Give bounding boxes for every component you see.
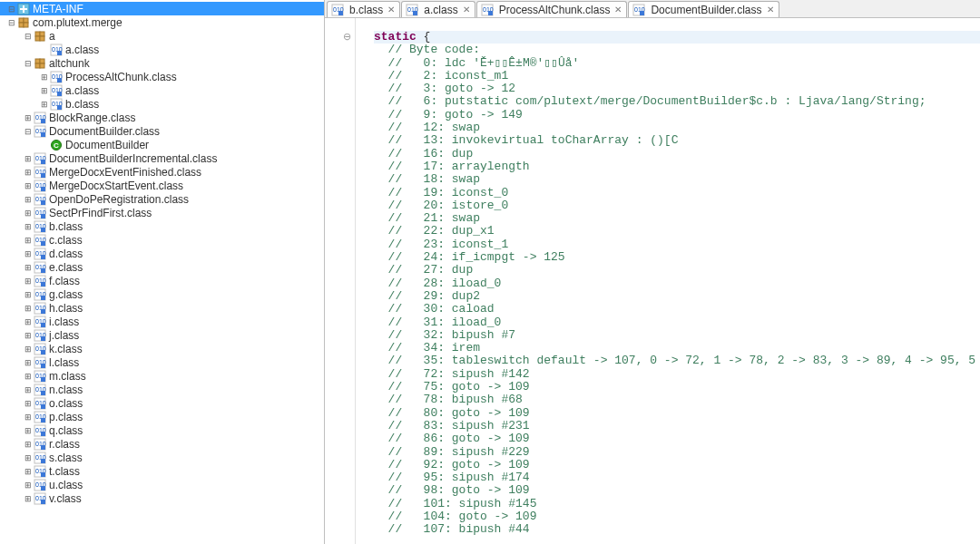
tree-item[interactable]: ⊞010q.class bbox=[0, 423, 324, 437]
expand-icon[interactable]: ⊞ bbox=[24, 290, 33, 299]
collapse-icon[interactable]: ⊟ bbox=[24, 32, 33, 41]
expand-icon[interactable]: ⊞ bbox=[24, 372, 33, 381]
expand-icon[interactable]: ⊞ bbox=[24, 399, 33, 408]
tree-item[interactable]: ⊞010u.class bbox=[0, 478, 324, 491]
code-line[interactable]: // 16: dup bbox=[374, 148, 980, 160]
code-line[interactable]: // 101: sipush #145 bbox=[374, 498, 980, 510]
code-line[interactable]: // 17: arraylength bbox=[374, 160, 980, 173]
code-line[interactable]: // 13: invokevirtual toCharArray : ()[C bbox=[374, 134, 980, 147]
expand-icon[interactable]: ⊞ bbox=[24, 317, 33, 326]
code-area[interactable]: static { // Byte code: // 0: ldc 'Ě+▯▯Ê±… bbox=[356, 18, 980, 544]
code-line[interactable]: // 75: goto -> 109 bbox=[374, 381, 980, 393]
tree-item[interactable]: ⊞010a.class bbox=[0, 83, 324, 97]
code-line[interactable]: // 78: bipush #68 bbox=[374, 393, 980, 406]
expand-icon[interactable]: ⊞ bbox=[24, 331, 33, 340]
expand-icon[interactable]: ⊞ bbox=[24, 413, 33, 422]
expand-icon[interactable]: ⊞ bbox=[24, 440, 33, 449]
tree-item[interactable]: ⊞010s.class bbox=[0, 451, 324, 464]
code-line[interactable]: // 28: iload_0 bbox=[374, 277, 980, 290]
tree-item[interactable]: ⊞010BlockRange.class bbox=[0, 111, 324, 124]
tree-item[interactable]: ⊞010k.class bbox=[0, 342, 324, 355]
expand-icon[interactable]: ⊞ bbox=[24, 249, 33, 258]
code-line[interactable]: // 95: sipush #174 bbox=[374, 471, 980, 484]
code-line[interactable]: // 20: istore_0 bbox=[374, 199, 980, 212]
tree-item[interactable]: ⊞010t.class bbox=[0, 464, 324, 478]
tree-item[interactable]: ⊞010a.class bbox=[0, 43, 324, 56]
tree-item[interactable]: ⊟010DocumentBuilder.class bbox=[0, 124, 324, 138]
collapse-icon[interactable]: ⊟ bbox=[24, 59, 33, 68]
expand-icon[interactable]: ⊞ bbox=[24, 494, 33, 503]
tree-item[interactable]: ⊞010f.class bbox=[0, 274, 324, 287]
collapse-icon[interactable]: ⊟ bbox=[7, 18, 16, 27]
code-line[interactable]: // 18: swap bbox=[374, 173, 980, 186]
expand-icon[interactable]: ⊞ bbox=[24, 467, 33, 476]
tree-item[interactable]: ⊞010DocumentBuilderIncremental.class bbox=[0, 151, 324, 165]
expand-icon[interactable]: ⊞ bbox=[24, 181, 33, 190]
code-line[interactable]: // 32: bipush #7 bbox=[374, 329, 980, 342]
code-line[interactable]: // 92: goto -> 109 bbox=[374, 459, 980, 471]
code-line[interactable]: // 19: iconst_0 bbox=[374, 187, 980, 199]
tree-item[interactable]: ⊟META-INF bbox=[0, 2, 324, 15]
expand-icon[interactable]: ⊞ bbox=[24, 345, 33, 354]
close-icon[interactable]: ✕ bbox=[387, 5, 396, 15]
fold-icon[interactable]: ⊖ bbox=[325, 31, 355, 44]
code-line[interactable]: // 72: sipush #142 bbox=[374, 368, 980, 381]
expand-icon[interactable]: ⊞ bbox=[24, 358, 33, 367]
code-line[interactable]: // 23: iconst_1 bbox=[374, 238, 980, 251]
code-line[interactable]: // 34: irem bbox=[374, 342, 980, 355]
tree-item[interactable]: ⊞CDocumentBuilder bbox=[0, 138, 324, 151]
code-line[interactable]: // 6: putstatic com/plutext/merge/Docume… bbox=[374, 95, 980, 108]
tree-item[interactable]: ⊞010b.class bbox=[0, 219, 324, 233]
code-line[interactable]: // 24: if_icmpgt -> 125 bbox=[374, 251, 980, 264]
tree-item[interactable]: ⊞010r.class bbox=[0, 437, 324, 451]
expand-icon[interactable]: ⊞ bbox=[24, 168, 33, 177]
tree-item[interactable]: ⊞010b.class bbox=[0, 97, 324, 111]
tree-item[interactable]: ⊞010d.class bbox=[0, 247, 324, 260]
expand-icon[interactable]: ⊞ bbox=[24, 304, 33, 313]
tree-item[interactable]: ⊞010SectPrFindFirst.class bbox=[0, 206, 324, 219]
code-line[interactable]: // 21: swap bbox=[374, 212, 980, 225]
code-line[interactable]: // Byte code: bbox=[374, 44, 980, 56]
expand-icon[interactable]: ⊞ bbox=[24, 209, 33, 218]
expand-icon[interactable]: ⊞ bbox=[24, 154, 33, 163]
expand-icon[interactable]: ⊞ bbox=[24, 222, 33, 231]
code-line[interactable]: // 35: tableswitch default -> 107, 0 -> … bbox=[374, 355, 980, 367]
code-line[interactable]: // 0: ldc 'Ě+▯▯Ê±M®'▯▯Ûå' bbox=[374, 57, 980, 70]
collapse-icon[interactable]: ⊟ bbox=[7, 5, 16, 14]
expand-icon[interactable]: ⊞ bbox=[24, 236, 33, 245]
code-line[interactable]: // 89: sipush #229 bbox=[374, 446, 980, 459]
code-line[interactable]: // 80: goto -> 109 bbox=[374, 407, 980, 420]
expand-icon[interactable]: ⊞ bbox=[24, 277, 33, 286]
code-line[interactable]: // 3: goto -> 12 bbox=[374, 83, 980, 95]
tree-item[interactable]: ⊟com.plutext.merge bbox=[0, 15, 324, 29]
expand-icon[interactable]: ⊞ bbox=[40, 100, 49, 109]
editor-tab[interactable]: 010a.class✕ bbox=[401, 1, 475, 17]
close-icon[interactable]: ✕ bbox=[766, 5, 775, 15]
editor-tab[interactable]: 010ProcessAltChunk.class✕ bbox=[476, 1, 628, 17]
tree-item[interactable]: ⊞010j.class bbox=[0, 328, 324, 342]
tree-item[interactable]: ⊟altchunk bbox=[0, 56, 324, 70]
expand-icon[interactable]: ⊞ bbox=[24, 426, 33, 435]
tree-item[interactable]: ⊞010MergeDocxStartEvent.class bbox=[0, 179, 324, 192]
tree-item[interactable]: ⊞010p.class bbox=[0, 410, 324, 423]
editor-tab[interactable]: 010DocumentBuilder.class✕ bbox=[628, 1, 779, 17]
expand-icon[interactable]: ⊞ bbox=[24, 453, 33, 462]
code-line[interactable]: // 86: goto -> 109 bbox=[374, 432, 980, 445]
tree-item[interactable]: ⊞010l.class bbox=[0, 355, 324, 369]
tree-item[interactable]: ⊞010c.class bbox=[0, 233, 324, 247]
code-line[interactable]: // 107: bipush #44 bbox=[374, 523, 980, 536]
tree-item[interactable]: ⊞010n.class bbox=[0, 383, 324, 396]
expand-icon[interactable]: ⊞ bbox=[24, 385, 33, 394]
code-line[interactable]: // 12: swap bbox=[374, 121, 980, 134]
tree-item[interactable]: ⊞010o.class bbox=[0, 396, 324, 410]
close-icon[interactable]: ✕ bbox=[462, 5, 471, 15]
expand-icon[interactable]: ⊞ bbox=[40, 73, 49, 82]
code-line[interactable]: // 2: iconst_m1 bbox=[374, 70, 980, 83]
tree-item[interactable]: ⊞010v.class bbox=[0, 491, 324, 505]
close-icon[interactable]: ✕ bbox=[613, 5, 622, 15]
code-line[interactable]: static { bbox=[374, 31, 980, 44]
expand-icon[interactable]: ⊞ bbox=[24, 195, 33, 204]
tree-item[interactable]: ⊞010m.class bbox=[0, 369, 324, 383]
tree-item[interactable]: ⊞010MergeDocxEventFinished.class bbox=[0, 165, 324, 179]
code-line[interactable]: // 104: goto -> 109 bbox=[374, 510, 980, 523]
